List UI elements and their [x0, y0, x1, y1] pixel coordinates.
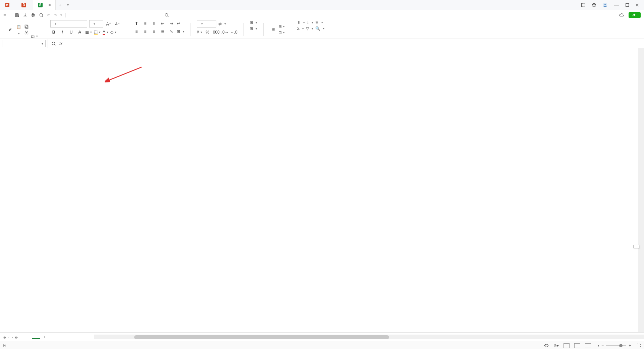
indent-dec-icon[interactable]: ⇤ [159, 20, 166, 27]
worksheet-button[interactable]: ⊞ ▾ [250, 26, 257, 31]
dec-inc-icon[interactable]: .0→ [222, 29, 228, 36]
search-icon[interactable] [164, 13, 169, 17]
align-center-icon[interactable]: ≡ [142, 28, 149, 35]
menu-burger-icon[interactable]: ≡ [3, 12, 6, 18]
orientation-icon[interactable]: ⤡ [168, 28, 175, 35]
ime-indicator[interactable] [633, 245, 639, 248]
fillcolor-icon[interactable]: ⬚▾ [94, 30, 101, 35]
align-justify-icon[interactable]: ≣ [159, 28, 166, 35]
currency-icon[interactable]: ¥▾ [197, 30, 202, 35]
close-icon[interactable]: ✕ [635, 2, 639, 8]
svg-point-8 [40, 13, 43, 16]
valign-mid-icon[interactable]: ≡ [142, 20, 149, 27]
copy-icon[interactable] [24, 24, 29, 29]
paste-button[interactable]: 📋 ▾ [15, 24, 22, 35]
underline-icon[interactable]: U [68, 29, 74, 36]
percent-icon[interactable]: % [204, 29, 211, 36]
find-button[interactable]: 🔍 ▾ [315, 26, 325, 31]
tab-add[interactable]: ＋ [56, 0, 64, 10]
share-button[interactable] [629, 12, 641, 18]
spreadsheet-grid[interactable] [0, 48, 638, 336]
minimize-icon[interactable]: — [614, 2, 619, 8]
svg-point-3 [604, 4, 606, 5]
rowcol-button[interactable]: ⊞ ▾ [250, 20, 257, 25]
undo-icon[interactable]: ↶ [47, 13, 50, 17]
save-icon[interactable] [15, 13, 19, 17]
redo-icon[interactable]: ↷ [54, 13, 57, 17]
formula-input[interactable] [66, 40, 644, 47]
fontsize-select[interactable]: ▾ [89, 20, 103, 28]
freeze-button[interactable]: ❄ ▾ [315, 20, 323, 25]
align-right-icon[interactable]: ≡ [151, 28, 157, 35]
font-select[interactable]: ▾ [50, 20, 87, 28]
merge-button[interactable]: ⊞ ▾ [177, 29, 184, 34]
sheet-nav: ⏮ ‹ › ⏭ [3, 335, 21, 339]
sheet-last-icon[interactable]: ⏭ [15, 335, 18, 339]
expand-fx-icon[interactable] [51, 41, 56, 46]
valign-top-icon[interactable]: ⬆ [133, 20, 140, 27]
avatar-icon[interactable] [602, 2, 608, 8]
sheet-tab-1[interactable] [32, 336, 40, 339]
app-logo [0, 2, 17, 8]
export-icon[interactable] [23, 13, 28, 17]
view-break-icon[interactable] [585, 343, 591, 348]
zoom-slider[interactable] [606, 345, 626, 346]
fontcolor-icon[interactable]: A▾ [103, 30, 108, 35]
sheet-prev-icon[interactable]: ‹ [8, 335, 10, 339]
fill-button[interactable]: ⬇ ▾ [297, 20, 305, 25]
focus-icon[interactable]: ⊕▾ [553, 343, 559, 348]
sheet-tab-2[interactable] [22, 336, 31, 339]
clipboard-more[interactable]: 🗂▾ [31, 34, 38, 39]
comma-icon[interactable]: 000 [213, 29, 220, 36]
cellstyle-icon[interactable]: ⊡▾ [278, 30, 285, 35]
zoom-out-icon[interactable]: − [601, 343, 604, 348]
tab-product[interactable]: S [33, 0, 56, 10]
italic-icon[interactable]: I [59, 29, 66, 36]
qat-dropdown[interactable]: ▾ [60, 13, 62, 17]
wrap-text[interactable]: ↩ [177, 21, 181, 26]
preview-icon[interactable] [39, 13, 44, 17]
vertical-scrollbar[interactable] [638, 48, 644, 336]
cut-icon[interactable] [24, 30, 29, 35]
fx-icon[interactable]: fx [59, 41, 62, 46]
bold-icon[interactable]: B [50, 29, 57, 36]
fullscreen-icon[interactable]: ⛶ [637, 343, 641, 348]
clipboard-icon: 📋 [15, 24, 22, 31]
sum-button[interactable]: Σ ▾ [297, 26, 304, 31]
number-format[interactable]: ▾ [197, 20, 216, 28]
print-icon[interactable] [31, 13, 36, 17]
cloud-status[interactable] [619, 13, 625, 17]
name-box[interactable]: ▾ [2, 40, 46, 47]
sheet-first-icon[interactable]: ⏮ [3, 335, 6, 339]
format-painter[interactable]: 🖌 [7, 26, 13, 33]
dec-dec-icon[interactable]: ←.0 [230, 29, 237, 36]
cube-icon[interactable] [592, 3, 596, 7]
eye-icon[interactable] [544, 343, 549, 348]
maximize-icon[interactable] [625, 3, 629, 7]
view-page-icon[interactable] [574, 343, 580, 348]
valign-bot-icon[interactable]: ⬇ [151, 20, 157, 27]
tab-dropdown[interactable]: ▾ [64, 0, 71, 10]
view-normal-icon[interactable] [564, 343, 570, 348]
highlight-icon[interactable]: ◇▾ [110, 30, 116, 35]
filter-button[interactable]: ▽ ▾ [306, 26, 313, 31]
tab-template[interactable]: D [17, 0, 33, 10]
decrease-font-icon[interactable]: A⁻ [114, 20, 121, 27]
sheet-next-icon[interactable]: › [12, 335, 13, 339]
layout-icon[interactable] [581, 3, 586, 7]
increase-font-icon[interactable]: A⁺ [105, 20, 112, 27]
strike-icon[interactable]: A [76, 29, 83, 36]
condfmt-icon: ▦ [270, 26, 276, 33]
align-left-icon[interactable]: ≡ [133, 28, 140, 35]
zoom-control[interactable]: ▾ − ＋ [596, 343, 632, 348]
tablestyle-icon[interactable]: ⊞▾ [278, 24, 285, 29]
condfmt-button[interactable]: ▦ [270, 26, 276, 33]
convert-button[interactable]: ⇄ ▾ [218, 21, 226, 26]
zoom-in-icon[interactable]: ＋ [628, 343, 632, 348]
sort-button[interactable]: ↕ ▾ [307, 20, 313, 25]
sheet-add[interactable]: ＋ [41, 334, 48, 340]
titlebar: D S ＋ ▾ — ✕ [0, 0, 644, 10]
indent-inc-icon[interactable]: ⇥ [168, 20, 175, 27]
horizontal-scrollbar[interactable] [94, 335, 644, 339]
border-icon[interactable]: ▦▾ [85, 30, 92, 35]
